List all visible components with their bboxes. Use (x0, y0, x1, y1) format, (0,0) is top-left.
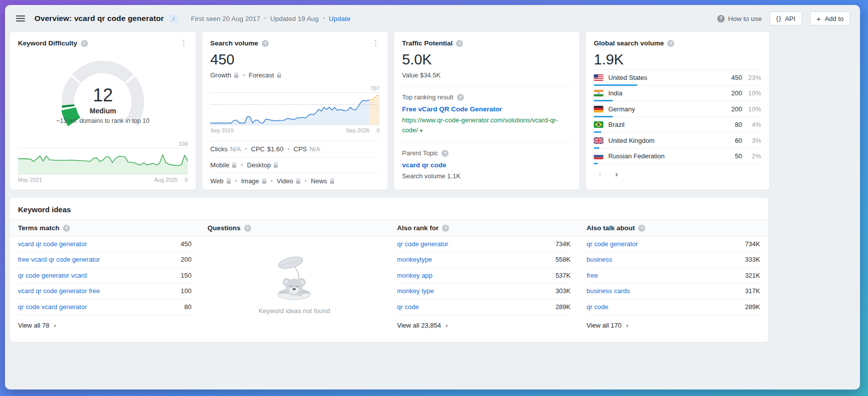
keyword-link[interactable]: qr code (397, 303, 419, 311)
metric-web[interactable]: Web (210, 177, 231, 185)
keyword-link[interactable]: qr code generator (587, 240, 638, 248)
metric-growth[interactable]: Growth (210, 71, 239, 79)
country-row: Germany20010% (594, 101, 761, 117)
help-icon[interactable]: ? (81, 40, 88, 47)
lock-icon (262, 178, 267, 184)
keyword-link[interactable]: vcard qr code generator free (18, 287, 100, 295)
help-icon[interactable]: ? (457, 94, 464, 101)
bullet-separator: • (243, 72, 245, 79)
country-volume: 200 (731, 89, 742, 97)
metric-image[interactable]: Image (241, 177, 267, 185)
how-to-use-link[interactable]: ? How to use (717, 15, 762, 22)
keyword-volume: 321K (745, 272, 760, 279)
chevron-right-icon: › (54, 322, 56, 329)
keyword-link[interactable]: qr code (587, 303, 608, 311)
metric-forecast[interactable]: Forecast (249, 71, 282, 79)
traffic-potential-value: 5.0K (394, 47, 579, 68)
keyword-difficulty-card: Keyword Difficulty ? ⋮ 12 Medium ~13 ref… (10, 32, 196, 190)
metric-news[interactable]: News (311, 177, 335, 185)
country-volume: 200 (731, 105, 742, 113)
column-also-rank-for: qr code generator734Kmonkeytype558Kmonke… (389, 236, 579, 329)
keyword-link[interactable]: monkeytype (397, 256, 432, 263)
api-button[interactable]: {} API (770, 11, 802, 25)
top-ranking-result-link[interactable]: Free vCard QR Code Generator (394, 101, 579, 113)
x-start-label: May 2021 (18, 177, 42, 183)
metric-label: Desktop (247, 161, 271, 169)
help-icon[interactable]: ? (262, 40, 269, 47)
metric-video[interactable]: Video (277, 177, 301, 185)
pager-next-icon[interactable]: › (615, 170, 618, 178)
column-terms-match: vcard qr code generator450free vcard qr … (10, 236, 200, 329)
pager-prev-icon: ‹ (599, 170, 602, 178)
flag-ru-icon (594, 153, 603, 159)
keyword-row: qr code generator734K (587, 236, 761, 252)
keyword-link[interactable]: business cards (587, 287, 630, 295)
view-all-link[interactable]: View all 78› (18, 322, 192, 329)
keyword-row: free321K (587, 268, 761, 284)
x-start-label: Sep 2015 (210, 127, 234, 133)
country-volume: 60 (735, 137, 742, 144)
help-icon[interactable]: ? (441, 150, 448, 157)
country-row: India20010% (594, 86, 761, 102)
keyword-row: qr code289K (587, 299, 761, 315)
menu-icon[interactable] (16, 15, 25, 21)
flag-us-icon (594, 74, 603, 81)
country-percent: 4% (742, 121, 761, 128)
lock-icon (273, 162, 278, 168)
card-title: Traffic Potential (402, 39, 452, 47)
parent-topic-link[interactable]: vcard qr code (394, 157, 579, 169)
keyword-link[interactable]: monkey app (397, 272, 433, 279)
search-volume-chart: 707 Sep 2015 Sep 2026 0 (210, 85, 380, 136)
keyword-link[interactable]: vcard qr code generator (18, 240, 87, 248)
kebab-menu-icon[interactable]: ⋮ (180, 39, 188, 46)
keyword-link[interactable]: free (587, 272, 598, 279)
country-name: Brazil (608, 121, 735, 128)
column-header-label: Also talk about (587, 224, 635, 232)
keyword-link[interactable]: qr code generator vcard (18, 272, 87, 279)
help-icon[interactable]: ? (63, 225, 70, 232)
country-pager: ‹ › (586, 164, 769, 178)
keyword-row: vcard qr code generator free100 (18, 284, 192, 300)
country-row: United States45023% (594, 70, 761, 86)
keyword-link[interactable]: qr code generator (397, 240, 448, 248)
keyword-volume: 303K (555, 287, 570, 295)
url-text: https://www.qr-code-generator.com/soluti… (402, 116, 558, 134)
help-icon[interactable]: ? (442, 225, 449, 232)
country-row: Brazil804% (594, 117, 761, 133)
view-all-link[interactable]: View all 170› (587, 322, 761, 329)
country-share-bar (594, 84, 637, 86)
country-name: Germany (608, 105, 731, 113)
keyword-link[interactable]: free vcard qr code generator (18, 256, 100, 263)
info-badge-icon[interactable]: i (169, 14, 178, 23)
metric-label: News (311, 177, 327, 185)
column-header-label: Questions (208, 224, 241, 232)
view-all-link[interactable]: View all 23,854› (397, 322, 571, 329)
keyword-volume: 734K (745, 240, 760, 248)
keyword-link[interactable]: business (587, 256, 612, 263)
caret-down-icon[interactable]: ▾ (420, 128, 423, 133)
help-icon[interactable]: ? (244, 225, 251, 232)
help-icon[interactable]: ? (456, 40, 463, 47)
country-percent: 23% (742, 74, 761, 81)
add-to-button[interactable]: + Add to (810, 11, 850, 25)
keyword-link[interactable]: qr code vcard generator (18, 303, 87, 311)
country-name: United Kingdom (608, 137, 735, 144)
update-link[interactable]: Update (329, 15, 351, 22)
keyword-volume: 200 (181, 256, 192, 263)
top-ranking-url[interactable]: https://www.qr-code-generator.com/soluti… (394, 113, 566, 135)
top-bar: Overview: vcard qr code generator i Firs… (5, 5, 860, 32)
empty-state-illustration (265, 254, 324, 302)
column-header-also-rank-for: Also rank for? (389, 220, 579, 236)
api-label: API (785, 15, 796, 22)
keyword-row: monkeytype558K (397, 252, 571, 268)
column-header-also-talk-about: Also talk about? (579, 220, 769, 236)
difficulty-trend-chart: 100 May 2021 Aug 2025 0 (18, 141, 188, 186)
metric-desktop[interactable]: Desktop (247, 161, 279, 169)
keyword-link[interactable]: monkey type (397, 287, 434, 295)
kebab-menu-icon[interactable]: ⋮ (372, 39, 380, 46)
help-icon[interactable]: ? (638, 225, 645, 232)
metric-mobile[interactable]: Mobile (210, 161, 237, 169)
help-icon[interactable]: ? (667, 40, 674, 47)
flag-gb-icon (594, 137, 603, 144)
keyword-row: monkey type303K (397, 284, 571, 300)
